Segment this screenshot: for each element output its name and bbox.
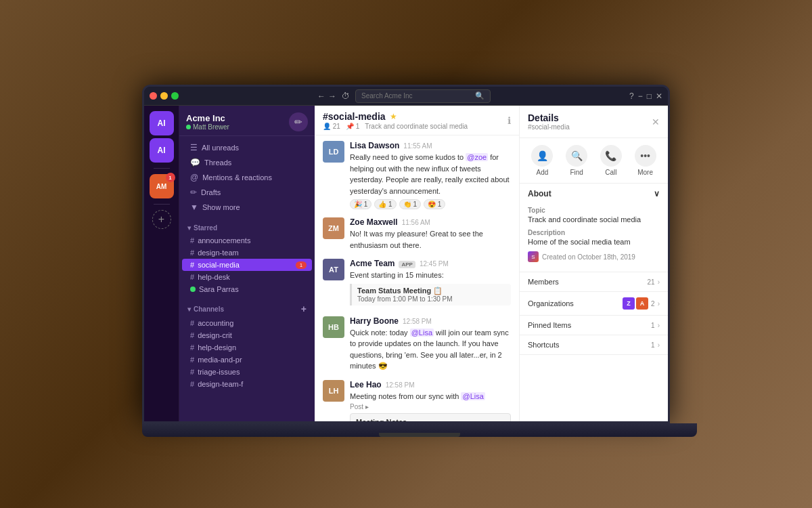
channel-triage[interactable]: # triage-issues: [182, 366, 312, 378]
post-label: Post ▸: [350, 403, 511, 410]
window-maximize-icon[interactable]: □: [647, 91, 652, 101]
channel-accounting[interactable]: # accounting: [182, 317, 312, 329]
channel-help-desk[interactable]: # help-desk: [182, 271, 312, 283]
reaction-party[interactable]: 🎉 1: [350, 199, 371, 209]
sidebar-header: Acme Inc Matt Brewer ✏: [179, 106, 315, 136]
shortcuts-row[interactable]: Shortcuts 1 ›: [520, 335, 668, 355]
workspace-avatar-1[interactable]: AI: [150, 111, 174, 135]
mentions-icon: @: [190, 173, 198, 182]
members-count: 21: [648, 278, 655, 286]
details-close-button[interactable]: ✕: [652, 117, 660, 127]
avatar-lisa: LD: [323, 141, 344, 163]
maximize-button[interactable]: [171, 92, 179, 100]
hash-icon-7: #: [190, 343, 194, 352]
channel-help-design[interactable]: # help-design: [182, 341, 312, 354]
dm-online-dot: [190, 287, 196, 292]
org-badge-1: Z: [623, 297, 635, 310]
titlebar-search-area: ← → ⏱ 🔍: [179, 89, 629, 103]
close-button[interactable]: [150, 92, 157, 100]
hash-icon-9: #: [190, 368, 194, 376]
nav-unreads[interactable]: ☰ All unreads: [182, 140, 312, 155]
add-channel-button[interactable]: +: [301, 303, 307, 314]
nav-show-more[interactable]: ▼ Show more: [182, 200, 312, 215]
workspace-avatar-3[interactable]: AM 1: [150, 174, 174, 198]
chat-header: #social-media ★ 👤 21 📌 1 Track and coord…: [315, 106, 519, 135]
organizations-row[interactable]: Organizations Z A 2 ›: [520, 292, 668, 316]
channel-design-crit[interactable]: # design-crit: [182, 329, 312, 341]
hash-icon-5: #: [190, 319, 194, 327]
add-member-icon: 👤: [531, 145, 553, 167]
workspace-avatar-2[interactable]: AI: [150, 138, 174, 163]
time-lisa: 11:55 AM: [403, 142, 432, 150]
about-label: About: [528, 189, 551, 198]
add-workspace-button[interactable]: +: [152, 210, 171, 229]
action-find[interactable]: 🔍 Find: [566, 145, 587, 176]
window-minimize-icon[interactable]: −: [638, 91, 643, 101]
workspace-name: Acme Inc: [186, 113, 229, 123]
about-section-header[interactable]: About ∨: [520, 184, 668, 204]
organizations-label: Organizations: [528, 299, 574, 308]
post-preview[interactable]: Meeting Notes @Lisa shared · just now: [350, 413, 511, 423]
reaction-thumbs[interactable]: 👍 1: [374, 199, 396, 209]
channel-design-team-f[interactable]: # design-team-f: [182, 378, 312, 390]
hash-icon-4: #: [190, 273, 194, 281]
time-acme: 12:45 PM: [420, 260, 449, 268]
channel-design-team[interactable]: # design-team: [182, 247, 312, 259]
time-lee: 12:58 PM: [386, 381, 415, 389]
search-input[interactable]: [361, 92, 475, 100]
nav-drafts[interactable]: ✏ Drafts: [182, 185, 312, 200]
details-panel: Details #social-media ✕ 👤 Add 🔍 Find: [519, 106, 668, 423]
forward-icon[interactable]: →: [328, 91, 336, 101]
action-more[interactable]: ••• More: [635, 145, 656, 176]
compose-button[interactable]: ✏: [289, 112, 308, 131]
reactions-lisa: 🎉 1 👍 1 👏 1 😍 1: [350, 199, 511, 209]
channel-media-pr[interactable]: # media-and-pr: [182, 354, 312, 366]
channel-social-media[interactable]: # social-media 1: [182, 259, 312, 271]
hash-icon: #: [190, 236, 194, 245]
topic-value: Track and coordinate social media: [528, 215, 660, 224]
channels-section: ▾ Channels + # accounting # design-crit …: [179, 295, 315, 393]
message-lee: LH Lee Hao 12:58 PM Meeting notes from o…: [323, 380, 511, 424]
drafts-icon: ✏: [190, 188, 197, 197]
starred-section-header[interactable]: ▾ Starred: [179, 219, 315, 234]
nav-threads[interactable]: 💬 Threads: [182, 155, 312, 170]
avatar-acme: AT: [323, 259, 344, 280]
quote-text: Today from 1:00 PM to 1:30 PM: [357, 295, 505, 303]
sidebar: Acme Inc Matt Brewer ✏ ☰ All unreads: [179, 106, 315, 423]
help-icon[interactable]: ?: [629, 91, 634, 101]
pinned-count: 1: [651, 322, 655, 329]
minimize-button[interactable]: [160, 92, 168, 100]
shortcuts-row-right: 1 ›: [651, 341, 660, 349]
mention-lisa: @Lisa: [410, 329, 434, 337]
details-actions: 👤 Add 🔍 Find 📞 Call ••• More: [520, 138, 668, 184]
window-close-icon[interactable]: ✕: [656, 91, 662, 101]
channel-announcements[interactable]: # announcements: [182, 234, 312, 247]
pinned-row[interactable]: Pinned Items 1 ›: [520, 316, 668, 335]
pinned-label: Pinned Items: [528, 321, 571, 329]
channel-star-icon[interactable]: ★: [390, 112, 397, 121]
reaction-heart-eyes[interactable]: 😍 1: [424, 199, 445, 209]
members-row[interactable]: Members 21 ›: [520, 272, 668, 292]
description-label: Description: [528, 229, 660, 236]
history-icon[interactable]: ⏱: [342, 91, 350, 101]
about-section: About ∨ Topic Track and coordinate socia…: [520, 184, 668, 272]
created-text: Created on October 18th, 2019: [542, 253, 635, 261]
created-row: S Created on October 18th, 2019: [528, 251, 660, 262]
workspace-info: Acme Inc Matt Brewer: [186, 113, 229, 131]
members-row-right: 21 ›: [648, 278, 660, 286]
reaction-clap[interactable]: 👏 1: [399, 199, 421, 209]
channels-section-header[interactable]: ▾ Channels +: [179, 298, 315, 317]
search-box[interactable]: 🔍: [355, 89, 491, 103]
mention-lisa-2: @Lisa: [461, 392, 484, 400]
dm-sara[interactable]: Sara Parras: [182, 283, 312, 295]
action-call[interactable]: 📞 Call: [600, 145, 622, 176]
call-icon: 📞: [600, 145, 622, 167]
organizations-row-right: Z A 2 ›: [623, 297, 660, 310]
chat-info-icon[interactable]: ℹ: [508, 115, 511, 126]
back-icon[interactable]: ←: [317, 91, 325, 101]
channel-title-row: #social-media ★: [323, 111, 468, 122]
action-add[interactable]: 👤 Add: [531, 145, 553, 176]
message-content-lisa: Lisa Dawson 11:55 AM Really need to give…: [350, 141, 511, 209]
messages-list: LD Lisa Dawson 11:55 AM Really need to g…: [315, 135, 519, 423]
nav-mentions[interactable]: @ Mentions & reactions: [182, 170, 312, 185]
